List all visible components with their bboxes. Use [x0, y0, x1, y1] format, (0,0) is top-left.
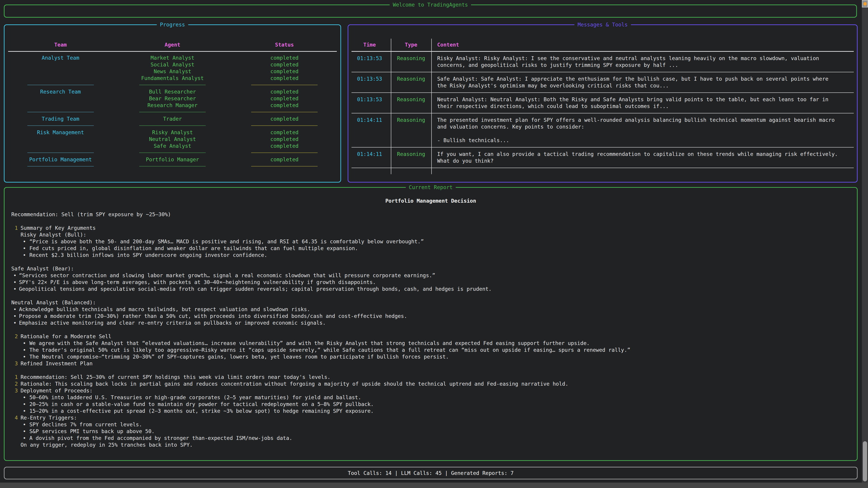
separator-line	[251, 112, 318, 112]
report-line-text: Acknowledge bullish technicals and macro…	[19, 306, 310, 312]
report-line-text: Deployment of Proceeds:	[21, 388, 93, 394]
separator-line	[27, 125, 94, 126]
report-line-text: Geopolitical tensions and speculative so…	[19, 286, 492, 292]
message-content: Safe Analyst: Safe Analyst: I appreciate…	[431, 75, 857, 89]
bullet-icon: •	[13, 279, 19, 286]
message-time: 01:13:53	[348, 96, 391, 109]
message-time: 01:13:53	[348, 75, 391, 89]
column-divider	[391, 39, 391, 174]
agent-cell: Market Analyst	[116, 55, 228, 61]
report-line-text: SPY's 22× P/E is above long-term average…	[19, 279, 376, 285]
message-type: Reasoning	[391, 75, 431, 89]
bullet-icon: •	[23, 353, 29, 360]
report-bullet-item: •Acknowledge bullish technicals and macr…	[4, 306, 857, 313]
team-cell	[4, 61, 116, 68]
window-bottom-edge	[0, 483, 868, 488]
scrollbar-track[interactable]	[862, 0, 868, 488]
list-number: 1	[15, 225, 21, 231]
bullet-icon: •	[13, 272, 19, 279]
report-bullet-item: •Propose a moderate trim (20–30%) rather…	[4, 313, 857, 320]
list-number: 3	[15, 360, 21, 367]
report-blank-line	[4, 326, 857, 333]
list-number: 1	[15, 374, 21, 381]
agent-cell: Trader	[116, 116, 228, 122]
message-time: 01:14:11	[348, 117, 391, 144]
bullet-icon: •	[23, 401, 29, 408]
column-header-type: Type	[391, 41, 431, 48]
report-bullet-item: •Fed cuts priced in, global disinflation…	[4, 245, 857, 252]
report-line-text: S&P services PMI turns back up above 50.	[29, 428, 155, 434]
report-bullet-item: •SPY's 22× P/E is above long-term averag…	[4, 279, 857, 286]
status-cell: completed	[228, 68, 340, 75]
report-line-text: Recommendation: Sell 25–30% of current S…	[21, 374, 331, 380]
bullet-icon: •	[23, 340, 29, 347]
separator-line	[27, 85, 94, 85]
separator-line	[139, 166, 206, 166]
bullet-icon: •	[23, 428, 29, 435]
report-line-text: Re-Entry Triggers:	[21, 415, 77, 421]
group-separator	[4, 149, 340, 156]
report-line-text: 15–20% in a cost-effective put spread (2…	[29, 408, 374, 414]
report-heading: Portfolio Management Decision	[4, 197, 857, 204]
agent-cell: News Analyst	[116, 68, 228, 75]
welcome-title: Welcome to TradingAgents	[390, 1, 471, 8]
report-body: Portfolio Management Decision Recommenda…	[4, 188, 857, 448]
team-cell	[4, 68, 116, 75]
report-list-item: 2Rationale: This scaling back locks in p…	[4, 381, 857, 387]
table-row: Social Analystcompleted	[4, 61, 340, 68]
report-line-text: A dovish pivot from the Fed accompanied …	[29, 435, 292, 441]
list-number: 4	[15, 414, 21, 421]
report-line-text: We agree with the Safe Analyst that “ele…	[29, 340, 590, 346]
report-line-text: Propose a moderate trim (20–30%) rather …	[19, 313, 407, 319]
messages-title: Messages & Tools	[575, 21, 631, 28]
report-line: On any trigger, redeploy in 25% tranches…	[4, 442, 857, 448]
table-row: Analyst TeamMarket Analystcompleted	[4, 55, 340, 61]
separator-line	[251, 85, 318, 85]
status-cell: completed	[228, 55, 340, 61]
team-cell	[4, 136, 116, 142]
team-cell: Analyst Team	[4, 55, 116, 61]
message-row: 01:13:53ReasoningSafe Analyst: Safe Anal…	[348, 72, 857, 92]
report-line-text: Summary of Key Arguments	[21, 225, 96, 231]
column-header-time: Time	[348, 41, 391, 48]
progress-table-header: Team Agent Status	[4, 41, 340, 48]
separator-line	[251, 125, 318, 126]
report-line-text: 50–60% into laddered U.S. Treasuries or …	[29, 394, 361, 400]
bullet-icon: •	[13, 313, 19, 320]
list-number: 2	[15, 381, 21, 387]
row-separator	[351, 168, 854, 168]
orange-dot-icon	[863, 2, 867, 5]
table-row: Neutral Analystcompleted	[4, 136, 340, 142]
separator-line	[139, 85, 206, 85]
separator-line	[251, 153, 318, 153]
bullet-icon: •	[23, 408, 29, 414]
progress-table-body: Analyst TeamMarket AnalystcompletedSocia…	[4, 55, 340, 170]
message-row: 01:14:11ReasoningThe presented investmen…	[348, 113, 857, 147]
status-cell: completed	[228, 61, 340, 68]
team-cell	[4, 102, 116, 109]
report-list-item: 3Refined Investment Plan	[4, 360, 857, 367]
report-bullet-item: •“Price is above both the 50- and 200-da…	[4, 238, 857, 245]
separator-line	[139, 125, 206, 126]
message-content: The presented investment plan for SPY of…	[431, 117, 857, 144]
report-line: Recommendation: Sell (trim SPY exposure …	[4, 211, 857, 218]
report-list-item: 3Deployment of Proceeds:	[4, 387, 857, 394]
report-line: Neutral Analyst (Balanced):	[4, 299, 857, 306]
agent-cell: Portfolio Manager	[116, 156, 228, 163]
report-line-text: Fed cuts priced in, global disinflation …	[29, 246, 358, 251]
bullet-icon: •	[23, 435, 29, 442]
table-row: Bear Researchercompleted	[4, 95, 340, 102]
report-list-item: 1Recommendation: Sell 25–30% of current …	[4, 374, 857, 381]
agent-cell: Neutral Analyst	[116, 136, 228, 142]
report-bullet-item: •15–20% in a cost-effective put spread (…	[4, 408, 857, 414]
team-cell	[4, 75, 116, 82]
table-row: News Analystcompleted	[4, 68, 340, 75]
report-line-text: “Price is above both the 50- and 200-day…	[29, 238, 424, 245]
separator-line	[139, 112, 206, 112]
team-cell: Risk Management	[4, 129, 116, 136]
report-line-text: “Services sector contraction and slowing…	[19, 272, 435, 278]
report-line-text: 20–25% in cash or a stable-value fund to…	[29, 401, 374, 407]
report-line-text: Emphasize active monitoring and clear re…	[19, 320, 326, 326]
scrollbar-thumb[interactable]	[863, 441, 867, 482]
table-row: Risk ManagementRisky Analystcompleted	[4, 129, 340, 136]
